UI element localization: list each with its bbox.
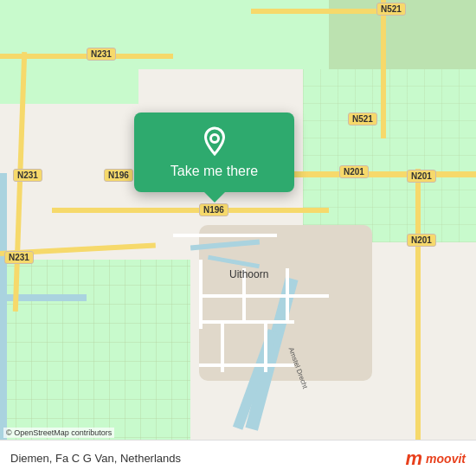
ringvaart-label: Ringvaart — [0, 363, 2, 393]
label-n231-top: N231 — [87, 48, 116, 61]
label-n201-right-top: N201 — [407, 170, 436, 183]
road-n201-right-v — [415, 169, 421, 476]
bottom-bar: Diemen, Fa C G Van, Netherlands m moovit — [0, 440, 476, 476]
location-text: Diemen, Fa C G Van, Netherlands — [10, 452, 181, 465]
road-local-9 — [199, 363, 294, 367]
road-n521-v — [381, 0, 386, 138]
moovit-logo: m moovit — [406, 447, 466, 470]
label-n521-right: N521 — [348, 113, 377, 125]
label-n196-center: N196 — [199, 203, 228, 216]
label-n196-left: N196 — [104, 169, 133, 182]
popup-card: Take me there — [134, 113, 294, 192]
road-n521-h — [251, 9, 389, 14]
map-background: N521 N231 N201 N521 N231 N196 N196 N201 … — [0, 0, 476, 476]
label-n201-right-mid: N201 — [407, 234, 436, 247]
map-container[interactable]: N521 N231 N201 N521 N231 N196 N196 N201 … — [0, 0, 476, 476]
location-pin-icon — [199, 125, 230, 157]
moovit-logo-text: moovit — [426, 452, 466, 466]
label-n521-top: N521 — [376, 3, 406, 16]
field-grid-right — [303, 69, 476, 242]
osm-copyright: © OpenStreetMap contributors — [3, 428, 114, 438]
road-n196 — [52, 208, 329, 213]
road-local-3 — [199, 294, 329, 298]
label-n201-top: N201 — [339, 165, 369, 178]
label-n231-bottom: N231 — [4, 251, 34, 264]
road-local-1 — [173, 234, 277, 237]
svg-point-0 — [210, 135, 218, 143]
road-local-5 — [286, 268, 289, 320]
uithoorn-label: Uithoorn — [229, 268, 268, 280]
moovit-m-icon: m — [406, 447, 423, 470]
take-me-there-button[interactable]: Take me there — [170, 164, 258, 179]
road-local-6 — [199, 320, 294, 324]
label-n231-left: N231 — [13, 169, 42, 182]
